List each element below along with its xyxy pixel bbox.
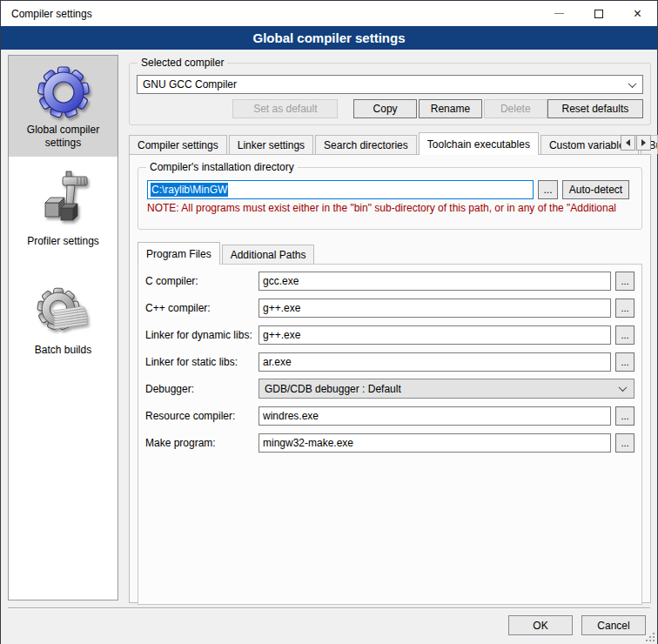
main-panel: Selected compiler GNU GCC Compiler Set a… bbox=[129, 55, 651, 603]
chevron-down-icon bbox=[619, 383, 628, 392]
title-bar: Compiler settings × bbox=[1, 1, 657, 26]
selected-compiler-groupbox: Selected compiler GNU GCC Compiler Set a… bbox=[129, 63, 651, 125]
resource-compiler-browse-button[interactable]: ... bbox=[615, 406, 634, 426]
dialog-header: Global compiler settings bbox=[1, 26, 657, 50]
toolchain-executables-page: Compiler's installation directory C:\ray… bbox=[129, 154, 651, 603]
c-compiler-browse-button[interactable]: ... bbox=[615, 272, 634, 291]
delete-button[interactable]: Delete bbox=[484, 99, 547, 118]
c-compiler-input[interactable] bbox=[258, 272, 611, 291]
tab-scroll-left-button[interactable] bbox=[621, 135, 635, 151]
install-dir-group-label: Compiler's installation directory bbox=[146, 161, 298, 173]
field-label: Make program: bbox=[145, 437, 258, 449]
maximize-button[interactable] bbox=[579, 1, 618, 26]
settings-tab-strip: Compiler settings Linker settings Search… bbox=[129, 131, 651, 154]
tab-search-directories[interactable]: Search directories bbox=[315, 135, 417, 154]
arrow-left-icon bbox=[626, 139, 630, 146]
field-row-resource-compiler: Resource compiler: ... bbox=[145, 406, 634, 426]
sidebar-item-batch-builds[interactable]: Batch builds bbox=[9, 276, 118, 364]
field-row-static-linker: Linker for static libs: ... bbox=[145, 352, 634, 372]
dynamic-linker-input[interactable] bbox=[258, 325, 611, 345]
chevron-down-icon bbox=[628, 79, 637, 88]
dialog-content: Global compiler settings bbox=[1, 50, 657, 644]
field-label: Resource compiler: bbox=[145, 410, 258, 422]
auto-detect-button[interactable]: Auto-detect bbox=[562, 180, 629, 199]
programs-sub-tab-strip: Program Files Additional Paths bbox=[138, 241, 642, 264]
tab-linker-settings[interactable]: Linker settings bbox=[229, 135, 313, 154]
sidebar-item-profiler-settings[interactable]: Profiler settings bbox=[9, 162, 118, 255]
tab-toolchain-executables[interactable]: Toolchain executables bbox=[419, 132, 539, 155]
debugger-select-value: GDB/CDB debugger : Default bbox=[265, 383, 620, 395]
arrow-right-icon bbox=[641, 139, 646, 146]
maximize-icon bbox=[594, 10, 603, 18]
sidebar-item-label: Batch builds bbox=[10, 344, 116, 357]
sidebar-item-label: Profiler settings bbox=[10, 235, 116, 248]
resource-compiler-input[interactable] bbox=[258, 406, 611, 426]
field-label: C compiler: bbox=[145, 275, 258, 287]
install-dir-input[interactable]: C:\raylib\MinGW bbox=[147, 180, 534, 199]
sidebar-item-label: Global compiler settings bbox=[10, 124, 116, 150]
compiler-select[interactable]: GNU GCC Compiler bbox=[137, 75, 643, 94]
tab-scroll-right-button[interactable] bbox=[636, 135, 651, 151]
static-linker-input[interactable] bbox=[258, 352, 611, 372]
field-row-dynamic-linker: Linker for dynamic libs: ... bbox=[145, 325, 634, 345]
sidebar-spacer bbox=[9, 255, 118, 276]
caliper-icon bbox=[36, 171, 91, 231]
subtab-additional-paths[interactable]: Additional Paths bbox=[222, 245, 315, 264]
make-program-browse-button[interactable]: ... bbox=[615, 433, 634, 453]
set-as-default-button[interactable]: Set as default bbox=[232, 99, 338, 118]
install-dir-note: NOTE: All programs must exist either in … bbox=[147, 202, 641, 214]
compiler-select-value: GNU GCC Compiler bbox=[143, 78, 629, 91]
install-dir-browse-button[interactable]: ... bbox=[538, 180, 558, 199]
rename-button[interactable]: Rename bbox=[419, 99, 482, 118]
gear-stack-icon bbox=[36, 285, 91, 340]
dynamic-linker-browse-button[interactable]: ... bbox=[615, 325, 634, 345]
field-row-make-program: Make program: ... bbox=[145, 433, 634, 453]
tab-compiler-settings[interactable]: Compiler settings bbox=[129, 135, 227, 154]
debugger-select[interactable]: GDB/CDB debugger : Default bbox=[258, 379, 634, 399]
dialog-header-title: Global compiler settings bbox=[252, 30, 405, 45]
settings-category-list: Global compiler settings bbox=[8, 55, 118, 600]
cancel-button[interactable]: Cancel bbox=[581, 615, 646, 635]
close-icon: × bbox=[634, 10, 641, 18]
cpp-compiler-input[interactable] bbox=[258, 299, 611, 318]
make-program-input[interactable] bbox=[258, 433, 611, 453]
install-dir-value: C:\raylib\MinGW bbox=[151, 183, 228, 197]
reset-defaults-button[interactable]: Reset defaults bbox=[547, 99, 643, 118]
selected-compiler-group-label: Selected compiler bbox=[138, 57, 227, 69]
gear-blue-icon bbox=[36, 64, 91, 120]
compiler-settings-dialog: Compiler settings × Global compiler sett… bbox=[0, 0, 658, 644]
field-row-debugger: Debugger: GDB/CDB debugger : Default bbox=[145, 379, 634, 399]
static-linker-browse-button[interactable]: ... bbox=[615, 352, 634, 372]
footer-divider bbox=[8, 607, 650, 609]
cpp-compiler-browse-button[interactable]: ... bbox=[615, 299, 634, 318]
program-files-page: C compiler: ... C++ compiler: ... Linker… bbox=[138, 264, 642, 605]
resize-grip[interactable] bbox=[645, 632, 655, 642]
field-label: Linker for dynamic libs: bbox=[145, 329, 258, 341]
ok-button[interactable]: OK bbox=[508, 615, 573, 635]
minimize-icon bbox=[554, 13, 564, 14]
install-dir-groupbox: Compiler's installation directory C:\ray… bbox=[138, 167, 642, 230]
field-label: Debugger: bbox=[145, 383, 258, 395]
field-row-cpp-compiler: C++ compiler: ... bbox=[145, 298, 634, 318]
field-label: C++ compiler: bbox=[145, 302, 258, 314]
field-label: Linker for static libs: bbox=[145, 356, 258, 368]
close-button[interactable]: × bbox=[618, 1, 657, 26]
field-row-c-compiler: C compiler: ... bbox=[145, 271, 634, 291]
copy-button[interactable]: Copy bbox=[353, 99, 417, 118]
subtab-program-files[interactable]: Program Files bbox=[138, 242, 220, 265]
window-title: Compiler settings bbox=[1, 8, 540, 20]
minimize-button[interactable] bbox=[540, 1, 579, 26]
sidebar-item-global-compiler-settings[interactable]: Global compiler settings bbox=[9, 56, 118, 157]
